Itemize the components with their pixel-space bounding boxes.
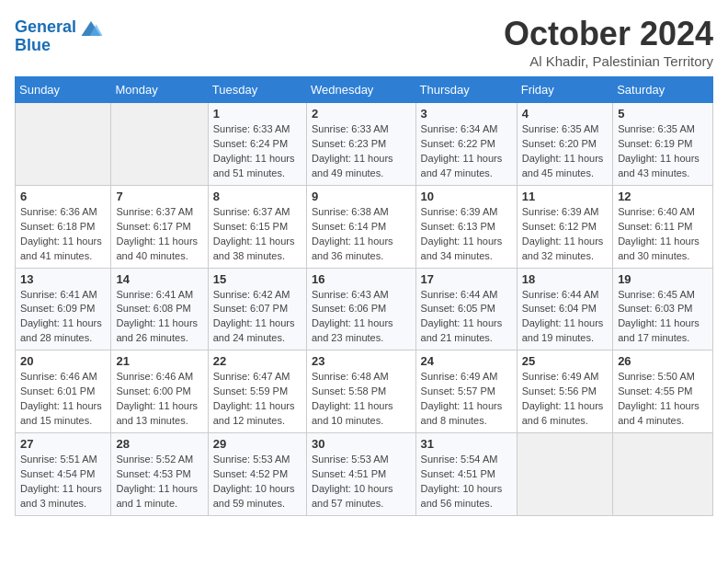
day-number: 25 <box>522 354 608 368</box>
day-info: Sunrise: 6:45 AMSunset: 6:03 PMDaylight:… <box>618 288 708 347</box>
logo-text: General <box>15 18 76 37</box>
day-info: Sunrise: 6:46 AMSunset: 6:01 PMDaylight:… <box>20 370 106 429</box>
day-info: Sunrise: 6:36 AMSunset: 6:18 PMDaylight:… <box>20 205 106 264</box>
calendar-subtitle: Al Khadir, Palestinian Territory <box>504 53 713 69</box>
calendar-cell: 7Sunrise: 6:37 AMSunset: 6:17 PMDaylight… <box>111 185 208 268</box>
calendar-cell: 29Sunrise: 5:53 AMSunset: 4:52 PMDayligh… <box>208 433 306 516</box>
calendar-week-row: 20Sunrise: 6:46 AMSunset: 6:01 PMDayligh… <box>16 350 713 433</box>
day-number: 26 <box>618 354 708 368</box>
calendar-cell: 8Sunrise: 6:37 AMSunset: 6:15 PMDaylight… <box>208 185 306 268</box>
calendar-cell: 30Sunrise: 5:53 AMSunset: 4:51 PMDayligh… <box>306 433 415 516</box>
day-info: Sunrise: 6:44 AMSunset: 6:04 PMDaylight:… <box>522 288 608 347</box>
logo-icon <box>78 15 104 40</box>
day-number: 24 <box>421 354 512 368</box>
day-info: Sunrise: 5:53 AMSunset: 4:51 PMDaylight:… <box>312 453 411 511</box>
page-header: General Blue October 2024 Al Khadir, Pal… <box>15 15 713 69</box>
day-info: Sunrise: 6:49 AMSunset: 5:57 PMDaylight:… <box>421 370 512 429</box>
day-info: Sunrise: 6:43 AMSunset: 6:06 PMDaylight:… <box>312 288 411 347</box>
day-number: 2 <box>312 107 411 121</box>
calendar-cell: 25Sunrise: 6:49 AMSunset: 5:56 PMDayligh… <box>517 350 612 433</box>
calendar-week-row: 27Sunrise: 5:51 AMSunset: 4:54 PMDayligh… <box>16 433 713 516</box>
day-info: Sunrise: 6:34 AMSunset: 6:22 PMDaylight:… <box>421 122 512 181</box>
calendar-cell: 9Sunrise: 6:38 AMSunset: 6:14 PMDaylight… <box>306 185 415 268</box>
day-info: Sunrise: 6:37 AMSunset: 6:15 PMDaylight:… <box>213 205 301 264</box>
day-number: 28 <box>116 437 202 451</box>
day-number: 13 <box>20 272 106 286</box>
calendar-cell: 5Sunrise: 6:35 AMSunset: 6:19 PMDaylight… <box>613 103 713 186</box>
calendar-cell: 20Sunrise: 6:46 AMSunset: 6:01 PMDayligh… <box>16 350 111 433</box>
day-info: Sunrise: 6:41 AMSunset: 6:08 PMDaylight:… <box>116 288 202 347</box>
day-number: 10 <box>421 190 512 203</box>
day-info: Sunrise: 6:33 AMSunset: 6:24 PMDaylight:… <box>213 122 301 181</box>
day-info: Sunrise: 5:51 AMSunset: 4:54 PMDaylight:… <box>20 453 106 511</box>
day-number: 1 <box>213 107 301 121</box>
calendar-cell <box>16 103 111 186</box>
day-info: Sunrise: 5:52 AMSunset: 4:53 PMDaylight:… <box>116 453 202 511</box>
calendar-week-row: 6Sunrise: 6:36 AMSunset: 6:18 PMDaylight… <box>16 185 713 268</box>
calendar-cell: 13Sunrise: 6:41 AMSunset: 6:09 PMDayligh… <box>16 268 111 350</box>
day-info: Sunrise: 6:39 AMSunset: 6:13 PMDaylight:… <box>421 205 512 264</box>
day-info: Sunrise: 6:48 AMSunset: 5:58 PMDaylight:… <box>312 370 411 429</box>
calendar-cell: 19Sunrise: 6:45 AMSunset: 6:03 PMDayligh… <box>613 268 713 350</box>
calendar-cell: 26Sunrise: 5:50 AMSunset: 4:55 PMDayligh… <box>613 350 713 433</box>
calendar-cell: 23Sunrise: 6:48 AMSunset: 5:58 PMDayligh… <box>306 350 415 433</box>
day-number: 15 <box>213 272 301 286</box>
day-number: 31 <box>421 437 512 451</box>
calendar-cell: 21Sunrise: 6:46 AMSunset: 6:00 PMDayligh… <box>111 350 208 433</box>
day-number: 4 <box>522 107 608 121</box>
day-info: Sunrise: 5:50 AMSunset: 4:55 PMDaylight:… <box>618 370 708 429</box>
calendar-header-row: SundayMondayTuesdayWednesdayThursdayFrid… <box>16 77 713 103</box>
day-info: Sunrise: 5:54 AMSunset: 4:51 PMDaylight:… <box>421 453 512 511</box>
day-number: 14 <box>116 272 202 286</box>
calendar-cell: 31Sunrise: 5:54 AMSunset: 4:51 PMDayligh… <box>415 433 517 516</box>
calendar-cell: 17Sunrise: 6:44 AMSunset: 6:05 PMDayligh… <box>415 268 517 350</box>
calendar-cell: 3Sunrise: 6:34 AMSunset: 6:22 PMDaylight… <box>415 103 517 186</box>
day-number: 27 <box>20 437 106 451</box>
logo: General Blue <box>15 15 104 55</box>
day-number: 11 <box>522 190 608 203</box>
calendar-week-row: 13Sunrise: 6:41 AMSunset: 6:09 PMDayligh… <box>16 268 713 350</box>
day-info: Sunrise: 6:35 AMSunset: 6:20 PMDaylight:… <box>522 122 608 181</box>
day-of-week-header: Monday <box>111 77 208 103</box>
calendar-week-row: 1Sunrise: 6:33 AMSunset: 6:24 PMDaylight… <box>16 103 713 186</box>
calendar-cell: 14Sunrise: 6:41 AMSunset: 6:08 PMDayligh… <box>111 268 208 350</box>
day-number: 12 <box>618 190 708 203</box>
day-number: 19 <box>618 272 708 286</box>
calendar-cell: 24Sunrise: 6:49 AMSunset: 5:57 PMDayligh… <box>415 350 517 433</box>
calendar-cell: 18Sunrise: 6:44 AMSunset: 6:04 PMDayligh… <box>517 268 612 350</box>
day-of-week-header: Wednesday <box>306 77 415 103</box>
calendar-title: October 2024 <box>504 15 713 53</box>
calendar-cell: 6Sunrise: 6:36 AMSunset: 6:18 PMDaylight… <box>16 185 111 268</box>
calendar-cell: 28Sunrise: 5:52 AMSunset: 4:53 PMDayligh… <box>111 433 208 516</box>
day-number: 5 <box>618 107 708 121</box>
day-info: Sunrise: 6:46 AMSunset: 6:00 PMDaylight:… <box>116 370 202 429</box>
day-info: Sunrise: 6:42 AMSunset: 6:07 PMDaylight:… <box>213 288 301 347</box>
calendar-table: SundayMondayTuesdayWednesdayThursdayFrid… <box>15 76 713 516</box>
day-number: 16 <box>312 272 411 286</box>
day-of-week-header: Sunday <box>16 77 111 103</box>
day-number: 20 <box>20 354 106 368</box>
calendar-cell: 12Sunrise: 6:40 AMSunset: 6:11 PMDayligh… <box>613 185 713 268</box>
day-number: 29 <box>213 437 301 451</box>
day-info: Sunrise: 6:35 AMSunset: 6:19 PMDaylight:… <box>618 122 708 181</box>
day-of-week-header: Thursday <box>415 77 517 103</box>
calendar-cell: 2Sunrise: 6:33 AMSunset: 6:23 PMDaylight… <box>306 103 415 186</box>
calendar-cell: 15Sunrise: 6:42 AMSunset: 6:07 PMDayligh… <box>208 268 306 350</box>
title-block: October 2024 Al Khadir, Palestinian Terr… <box>504 15 713 69</box>
calendar-cell <box>613 433 713 516</box>
calendar-cell: 11Sunrise: 6:39 AMSunset: 6:12 PMDayligh… <box>517 185 612 268</box>
calendar-cell <box>111 103 208 186</box>
day-info: Sunrise: 5:53 AMSunset: 4:52 PMDaylight:… <box>213 453 301 511</box>
day-info: Sunrise: 6:44 AMSunset: 6:05 PMDaylight:… <box>421 288 512 347</box>
day-number: 17 <box>421 272 512 286</box>
calendar-cell: 16Sunrise: 6:43 AMSunset: 6:06 PMDayligh… <box>306 268 415 350</box>
day-number: 6 <box>20 190 106 203</box>
day-info: Sunrise: 6:37 AMSunset: 6:17 PMDaylight:… <box>116 205 202 264</box>
day-number: 18 <box>522 272 608 286</box>
day-number: 9 <box>312 190 411 203</box>
calendar-cell: 1Sunrise: 6:33 AMSunset: 6:24 PMDaylight… <box>208 103 306 186</box>
day-of-week-header: Friday <box>517 77 612 103</box>
day-of-week-header: Tuesday <box>208 77 306 103</box>
day-info: Sunrise: 6:49 AMSunset: 5:56 PMDaylight:… <box>522 370 608 429</box>
day-info: Sunrise: 6:38 AMSunset: 6:14 PMDaylight:… <box>312 205 411 264</box>
